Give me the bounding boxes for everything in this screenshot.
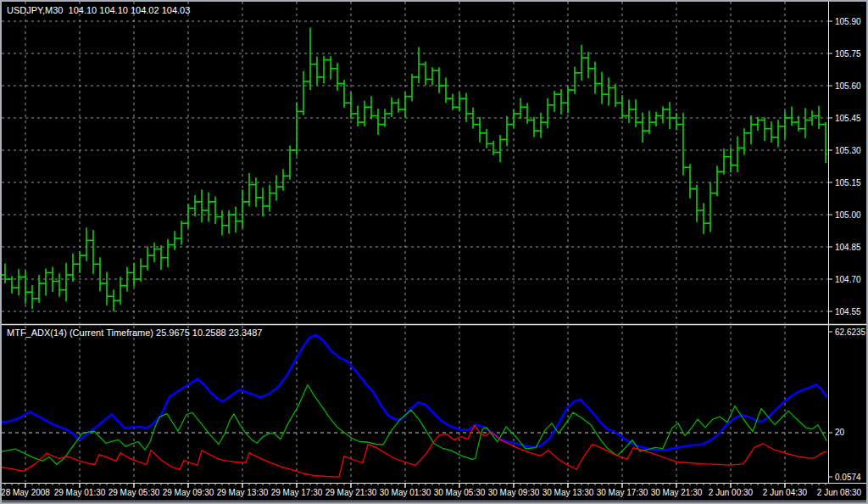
ohlc-bar bbox=[314, 57, 321, 85]
ohlc-bar bbox=[714, 165, 721, 196]
ohlc-bar bbox=[619, 95, 626, 119]
grid-lines bbox=[2, 2, 828, 482]
ohlc-bar bbox=[768, 121, 776, 143]
ohlc-bar bbox=[788, 107, 796, 126]
ohlc-bar bbox=[510, 109, 518, 128]
ohlc-bar bbox=[632, 99, 640, 127]
ohlc-bar bbox=[734, 137, 742, 172]
ohlc-bar bbox=[673, 113, 681, 131]
price-axis-label: 104.85 bbox=[835, 243, 861, 252]
indicator-axis[interactable]: 62.6235200.0574 bbox=[828, 328, 866, 482]
ohlc-bar bbox=[639, 112, 647, 142]
indicator-axis-label: 62.6235 bbox=[835, 328, 866, 337]
ohlc-bar bbox=[497, 135, 504, 162]
ohlc-bar bbox=[422, 61, 430, 85]
ohlc-bar bbox=[22, 271, 30, 304]
ohlc-bar bbox=[56, 273, 64, 296]
ohlc-bar bbox=[151, 243, 159, 262]
ohlc-bar bbox=[544, 98, 552, 128]
ohlc-bar bbox=[293, 102, 301, 155]
ohlc-bar bbox=[456, 92, 464, 112]
ohlc-bar bbox=[232, 206, 240, 232]
ohlc-bar bbox=[741, 128, 748, 155]
ohlc-bar bbox=[775, 120, 782, 148]
ohlc-bar bbox=[348, 92, 355, 120]
indicator-axis-label: 20 bbox=[835, 428, 845, 437]
ohlc-bar bbox=[36, 275, 43, 303]
ohlc-bar bbox=[273, 175, 281, 200]
time-axis-label: 28 May 2008 bbox=[1, 488, 50, 497]
time-axis-label: 2 Jun 00:30 bbox=[709, 488, 754, 497]
ohlc-bar bbox=[137, 258, 145, 282]
ohlc-bar bbox=[334, 63, 342, 91]
time-axis-label: 30 May 21:30 bbox=[651, 488, 703, 497]
ohlc-bar bbox=[8, 276, 16, 294]
time-axis-label: 30 May 17:30 bbox=[597, 488, 648, 497]
ohlc-bar bbox=[63, 263, 70, 301]
ohlc-bar bbox=[212, 197, 220, 224]
plus-di-line bbox=[0, 385, 826, 465]
ohlc-bar bbox=[198, 190, 206, 223]
ohlc-bar bbox=[253, 177, 260, 207]
ohlc-bar bbox=[551, 91, 559, 112]
main-chart-title: USDJPY,M30 104.10 104.10 104.02 104.03 bbox=[7, 5, 190, 15]
ohlc-bar bbox=[287, 146, 294, 180]
ohlc-bar bbox=[368, 96, 376, 119]
ohlc-bar bbox=[605, 77, 613, 106]
ohlc-bar bbox=[117, 277, 125, 305]
ohlc-bar bbox=[158, 245, 165, 270]
time-axis-label: 29 May 21:30 bbox=[326, 488, 377, 497]
ohlc-bar bbox=[565, 87, 572, 114]
ohlc-bar bbox=[761, 117, 769, 141]
ohlc-bar bbox=[131, 263, 138, 287]
ohlc-bar bbox=[693, 185, 701, 222]
ohlc-bar bbox=[795, 115, 803, 131]
ohlc-bar bbox=[103, 272, 111, 305]
ohlc-bar bbox=[436, 67, 443, 92]
ohlc-bar bbox=[327, 56, 335, 79]
ohlc-bar bbox=[83, 227, 91, 261]
ohlc-bar bbox=[307, 28, 314, 90]
ohlc-bar bbox=[300, 71, 308, 115]
ohlc-bar bbox=[70, 254, 77, 282]
time-axis-label: 30 May 05:30 bbox=[434, 488, 486, 497]
ohlc-bar bbox=[626, 99, 633, 123]
ohlc-bar bbox=[585, 52, 593, 78]
ohlc-bar bbox=[361, 101, 369, 126]
ohlc-bar bbox=[815, 106, 823, 129]
ohlc-bar bbox=[171, 231, 179, 250]
time-axis-label: 30 May 13:30 bbox=[542, 488, 594, 497]
ohlc-bar bbox=[259, 188, 267, 216]
ohlc-bar bbox=[483, 129, 491, 148]
time-axis-label: 29 May 09:30 bbox=[163, 488, 214, 497]
price-axis-label: 105.90 bbox=[835, 17, 861, 26]
ohlc-bar bbox=[246, 173, 253, 206]
price-axis[interactable]: 105.90105.75105.60105.45105.30105.15105.… bbox=[828, 17, 861, 316]
ohlc-bar bbox=[239, 190, 247, 228]
ohlc-bar bbox=[463, 92, 470, 121]
ohlc-bar bbox=[205, 193, 213, 222]
ohlc-bar bbox=[666, 102, 674, 129]
time-axis-label: 2 Jun 04:30 bbox=[763, 488, 808, 497]
chart-canvas[interactable]: 105.90105.75105.60105.45105.30105.15105.… bbox=[0, 0, 868, 504]
time-axis[interactable]: 28 May 200829 May 01:3029 May 05:3029 Ma… bbox=[1, 484, 861, 497]
price-axis-label: 105.30 bbox=[835, 146, 861, 155]
ohlc-bar bbox=[782, 111, 789, 139]
ohlc-bar bbox=[721, 148, 728, 175]
indicator-name-label: MTF_ADX(14) (Current Timeframe) bbox=[7, 328, 153, 338]
ohlc-bar bbox=[110, 289, 118, 311]
price-bars[interactable] bbox=[2, 28, 830, 311]
ohlc-bar bbox=[354, 106, 362, 127]
time-axis-label: 29 May 05:30 bbox=[108, 488, 160, 497]
ohlc-bar bbox=[537, 113, 545, 138]
ohlc-bar bbox=[598, 72, 606, 104]
ohlc-bar bbox=[700, 203, 708, 234]
ohlc-bar bbox=[76, 251, 84, 273]
ohlc-bar bbox=[592, 62, 599, 94]
ohlc-bar bbox=[802, 108, 810, 138]
time-axis-label: 29 May 01:30 bbox=[54, 488, 106, 497]
time-axis-label: 2 Jun 08:30 bbox=[817, 488, 862, 497]
time-axis-label: 30 May 01:30 bbox=[380, 488, 431, 497]
ohlc-bar bbox=[388, 98, 396, 117]
ohlc-bar bbox=[219, 210, 226, 236]
